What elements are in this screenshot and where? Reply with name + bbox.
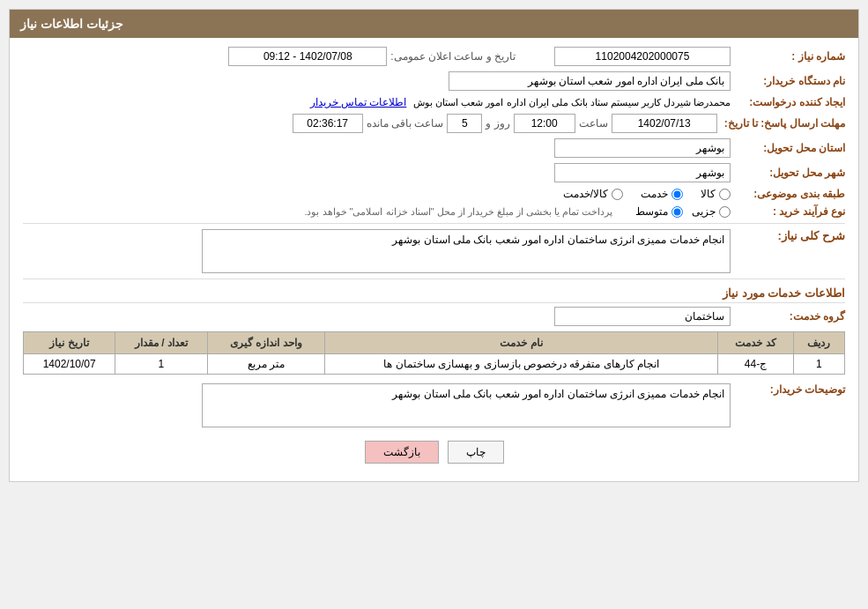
purchase-motavaset-radio[interactable] [671,206,683,218]
description-textarea[interactable] [202,229,731,273]
need-number-row: شماره نیاز : 1102004202000075 تاریخ و سا… [23,47,845,66]
category-khadamat-radio[interactable] [671,189,683,200]
need-number-value: 1102004202000075 [554,47,731,66]
category-row: طبقه بندی موضوعی: کالا خدمت کالا/خدمت [23,188,845,200]
category-kala-khadamat-item: کالا/خدمت [563,188,623,200]
category-radio-group: کالا خدمت کالا/خدمت [563,188,731,200]
col-unit: واحد اندازه گیری [207,332,325,354]
days-label: روز و [486,117,509,130]
table-row: 1ج-44انجام کارهای متفرقه درخصوص بازسازی … [24,354,845,375]
purchase-type-row: نوع فرآیند خرید : جزیی متوسط پرداخت تمام… [23,205,845,218]
print-button[interactable]: چاپ [448,441,504,464]
category-khadamat-item: خدمت [641,188,683,200]
purchase-jozii-radio[interactable] [719,206,731,218]
category-kala-radio[interactable] [719,189,731,200]
delivery-city-value: بوشهر [554,163,731,182]
remaining-value: 02:36:17 [293,114,363,133]
response-time: 12:00 [514,114,575,133]
requester-value: محمدرضا شیردل کاربر سیستم ستاد بانک ملی … [413,97,731,108]
cell-name: انجام کارهای متفرقه درخصوص بازسازی و بهس… [325,354,718,375]
category-label: طبقه بندی موضوعی: [731,188,845,200]
purchase-type-label: نوع فرآیند خرید : [731,205,845,218]
response-deadline-label: مهلت ارسال پاسخ: تا تاریخ: [717,117,845,130]
col-name: نام خدمت [325,332,718,354]
response-date: 1402/07/13 [612,114,717,133]
purchase-type-options: جزیی متوسط پرداخت تمام یا بخشی از مبلغ خ… [304,205,731,218]
purchase-motavaset-item: متوسط [635,205,683,218]
col-qty: تعداد / مقدار [115,332,207,354]
delivery-province-value: بوشهر [554,138,731,158]
service-group-value: ساختمان [554,307,731,326]
delivery-province-row: استان محل تحویل: بوشهر [23,138,845,158]
need-number-label: شماره نیاز : [731,50,845,63]
buyer-org-value: بانک ملی ایران اداره امور شعب استان بوشه… [449,71,731,91]
cell-date: 1402/10/07 [24,354,115,375]
purchase-notice: پرداخت تمام یا بخشی از مبلغ خریدار از مح… [304,206,612,218]
purchase-motavaset-label: متوسط [635,205,668,218]
page-header: جزئیات اطلاعات نیاز [10,10,858,38]
buyer-desc-label: توضیحات خریدار: [731,383,845,396]
category-khadamat-label: خدمت [641,188,668,200]
buyer-desc-row: توضیحات خریدار: [23,383,845,427]
buyer-org-label: نام دستگاه خریدار: [731,75,845,87]
buyer-desc-textarea[interactable] [202,383,731,427]
days-value: 5 [447,114,482,133]
service-group-row: گروه خدمت: ساختمان [23,307,845,326]
category-kala-item: کالا [701,188,731,200]
page-title: جزئیات اطلاعات نیاز [20,17,123,31]
response-time-label: ساعت [579,117,608,130]
service-group-label: گروه خدمت: [731,310,845,323]
buyer-org-row: نام دستگاه خریدار: بانک ملی ایران اداره … [23,71,845,91]
cell-row: 1 [793,354,844,375]
delivery-city-label: شهر محل تحویل: [731,167,845,179]
contact-link[interactable]: اطلاعات تماس خریدار [310,96,407,108]
services-section-title: اطلاعات خدمات مورد نیاز [23,286,845,303]
response-deadline-row: مهلت ارسال پاسخ: تا تاریخ: 1402/07/13 سا… [23,114,845,133]
purchase-jozii-label: جزیی [692,205,716,218]
service-table: ردیف کد خدمت نام خدمت واحد اندازه گیری ت… [23,331,845,375]
category-kala-khadamat-label: کالا/خدمت [563,188,608,200]
remaining-label: ساعت باقی مانده [367,117,444,130]
back-button[interactable]: بازگشت [365,441,439,464]
col-row: ردیف [793,332,844,354]
buttons-row: چاپ بازگشت [23,441,845,464]
purchase-jozii-item: جزیی [692,205,731,218]
announcement-date-value: 1402/07/08 - 09:12 [228,47,387,66]
delivery-province-label: استان محل تحویل: [731,142,845,154]
cell-code: ج-44 [718,354,794,375]
col-code: کد خدمت [718,332,794,354]
requester-row: ایجاد کننده درخواست: محمدرضا شیردل کاربر… [23,96,845,108]
cell-unit: متر مربع [207,354,325,375]
delivery-city-row: شهر محل تحویل: بوشهر [23,163,845,182]
cell-qty: 1 [115,354,207,375]
requester-label: ایجاد کننده درخواست: [731,96,845,108]
description-row: شرح کلی نیاز: [23,229,845,273]
description-label: شرح کلی نیاز: [731,229,845,242]
category-kala-label: کالا [701,188,716,200]
col-date: تاریخ نیاز [24,332,115,354]
category-kala-khadamat-radio[interactable] [612,189,623,200]
announcement-date-label: تاریخ و ساعت اعلان عمومی: [390,50,516,63]
